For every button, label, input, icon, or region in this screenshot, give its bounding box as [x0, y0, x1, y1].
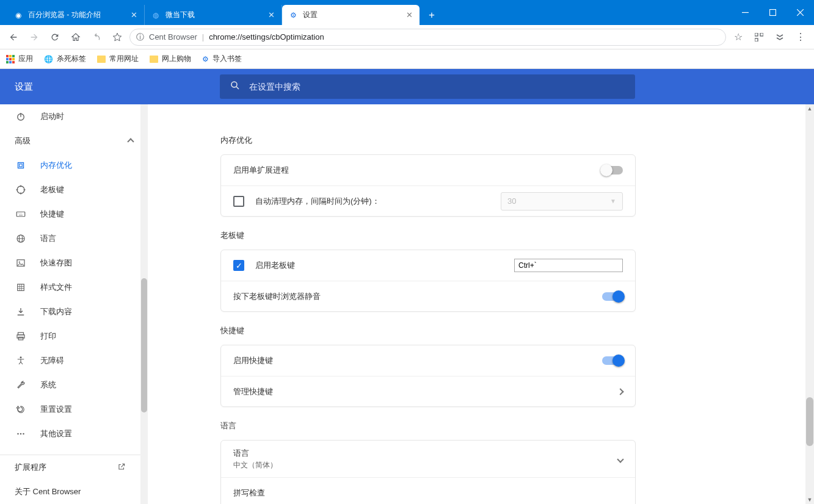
close-icon[interactable]: ✕: [405, 11, 413, 20]
scroll-up-arrow[interactable]: ▲: [805, 104, 814, 113]
row-mute-on-bosskey[interactable]: 按下老板键时浏览器静音: [221, 281, 635, 311]
image-icon: [15, 257, 27, 269]
close-icon[interactable]: ✕: [267, 11, 275, 20]
settings-header: 设置: [0, 69, 814, 104]
shopping-folder[interactable]: 网上购物: [150, 54, 191, 64]
interval-select[interactable]: 30 ▼: [501, 192, 623, 211]
menu-button[interactable]: ⋮: [792, 29, 809, 46]
sidebar-item-reset[interactable]: 重置设置: [0, 397, 148, 422]
row-sublabel: 中文（简体）: [233, 460, 618, 470]
sidebar-item-other[interactable]: 其他设置: [0, 422, 148, 446]
select-value: 30: [507, 196, 516, 206]
star-button[interactable]: [109, 29, 126, 46]
row-label: 启用快捷键: [233, 355, 602, 366]
svg-point-36: [20, 356, 22, 358]
sidebar-item-print[interactable]: 打印: [0, 324, 148, 348]
site-info-icon[interactable]: ⓘ: [136, 32, 144, 43]
new-tab-button[interactable]: +: [423, 5, 440, 25]
scrollbar-thumb[interactable]: [141, 278, 147, 412]
sidebar-item-downloads[interactable]: 下载内容: [0, 300, 148, 324]
row-label: 启用老板键: [255, 260, 514, 271]
row-label: 管理快捷键: [233, 386, 618, 397]
apps-shortcut[interactable]: 应用: [6, 54, 33, 64]
chevron-right-icon: [618, 387, 623, 396]
bookmark-star-icon[interactable]: ☆: [730, 29, 747, 46]
row-manage-shortcuts[interactable]: 管理快捷键: [221, 376, 635, 406]
main-scrollbar[interactable]: ▲ ▼: [805, 104, 814, 504]
settings-title: 设置: [0, 81, 162, 93]
settings-search[interactable]: [220, 74, 635, 99]
row-language[interactable]: 语言 中文（简体）: [221, 441, 635, 477]
print-icon: [15, 330, 27, 342]
tab-title: 微当下载: [165, 10, 262, 20]
browser-tab-1[interactable]: ◍ 微当下载 ✕: [145, 5, 282, 25]
row-single-ext[interactable]: 启用单扩展进程: [221, 155, 635, 185]
sidebar-item-label: 重置设置: [40, 404, 72, 415]
sidebar-item-label: 老板键: [40, 184, 64, 195]
url-text: chrome://settings/cbOptimization: [209, 32, 324, 41]
sidebar-item-shortcuts[interactable]: 快捷键: [0, 202, 148, 226]
settings-main: 内存优化 启用单扩展进程 自动清理内存，间隔时间为(分钟)： 30 ▼ 老板键: [148, 104, 814, 504]
checkbox-enable-bosskey[interactable]: ✓: [233, 260, 244, 271]
chevrons-icon[interactable]: [771, 29, 788, 46]
svg-rect-1: [770, 10, 776, 16]
svg-point-7: [231, 82, 237, 87]
sidebar-scrollbar[interactable]: [140, 104, 148, 504]
toggle-single-ext[interactable]: [602, 166, 623, 175]
power-icon: [15, 110, 27, 123]
undo-button[interactable]: [88, 29, 105, 46]
qr-icon[interactable]: [750, 29, 768, 46]
sidebar-item-startup[interactable]: 启动时: [0, 104, 148, 129]
sidebar-about[interactable]: 关于 Cent Browser: [0, 480, 140, 504]
row-enable-bosskey[interactable]: ✓ 启用老板键: [221, 250, 635, 281]
chevron-up-icon: [128, 137, 133, 146]
bookmark-label: 常用网址: [109, 54, 139, 64]
sidebar-item-language[interactable]: 语言: [0, 226, 148, 251]
checkbox-auto-clean[interactable]: [233, 196, 244, 207]
sidebar-item-label: 无障碍: [40, 355, 64, 366]
reload-button[interactable]: [46, 29, 64, 46]
svg-rect-5: [760, 33, 763, 36]
sidebar-item-system[interactable]: 系统: [0, 373, 148, 397]
close-window-button[interactable]: [787, 0, 814, 25]
section-title-language: 语言: [220, 420, 636, 431]
browser-toolbar: ⓘ Cent Browser | chrome://settings/cbOpt…: [0, 25, 814, 49]
row-auto-clean[interactable]: 自动清理内存，间隔时间为(分钟)： 30 ▼: [221, 185, 635, 216]
hotkey-input[interactable]: [514, 259, 623, 272]
sidebar-item-label: 快速存图: [40, 257, 72, 268]
sidebar-item-label: 其他设置: [40, 428, 72, 439]
browser-tab-2[interactable]: ⚙ 设置 ✕: [282, 5, 420, 25]
search-input[interactable]: [249, 82, 625, 92]
wrench-icon: [15, 379, 27, 391]
toggle-shortcuts[interactable]: [602, 356, 623, 365]
close-icon[interactable]: ✕: [129, 11, 138, 20]
import-bookmarks[interactable]: ⚙ 导入书签: [202, 54, 242, 64]
toggle-mute[interactable]: [602, 292, 623, 301]
forward-button[interactable]: [26, 29, 43, 46]
row-label: 语言: [233, 448, 618, 459]
scroll-down-arrow[interactable]: ▼: [805, 495, 814, 504]
sidebar-item-snapshot[interactable]: 快速存图: [0, 251, 148, 275]
bookmark-label: 杀死标签: [57, 54, 86, 64]
restore-icon: [15, 403, 27, 416]
address-bar[interactable]: ⓘ Cent Browser | chrome://settings/cbOpt…: [129, 29, 726, 46]
sidebar-item-memory[interactable]: 内存优化: [0, 153, 148, 178]
home-button[interactable]: [67, 29, 84, 46]
sidebar-item-bosskey[interactable]: 老板键: [0, 178, 148, 202]
target-icon: [15, 184, 27, 196]
row-enable-shortcuts[interactable]: 启用快捷键: [221, 345, 635, 376]
common-folder[interactable]: 常用网址: [97, 54, 139, 64]
sidebar-group-advanced[interactable]: 高级: [0, 129, 148, 153]
row-spellcheck[interactable]: 拼写检查: [221, 477, 635, 504]
dropdown-icon: ▼: [610, 198, 616, 204]
back-button[interactable]: [5, 29, 22, 46]
sidebar-item-accessibility[interactable]: 无障碍: [0, 348, 148, 373]
sidebar-item-stylefiles[interactable]: 样式文件: [0, 275, 148, 300]
sidebar-footer: 扩展程序 关于 Cent Browser: [0, 455, 140, 504]
browser-tab-0[interactable]: ◉ 百分浏览器 - 功能介绍 ✕: [7, 5, 145, 25]
scrollbar-thumb[interactable]: [806, 397, 813, 446]
maximize-button[interactable]: [759, 0, 787, 25]
minimize-button[interactable]: [732, 0, 759, 25]
kill-tabs-bookmark[interactable]: 🌐 杀死标签: [44, 54, 86, 64]
sidebar-extensions[interactable]: 扩展程序: [0, 455, 140, 480]
